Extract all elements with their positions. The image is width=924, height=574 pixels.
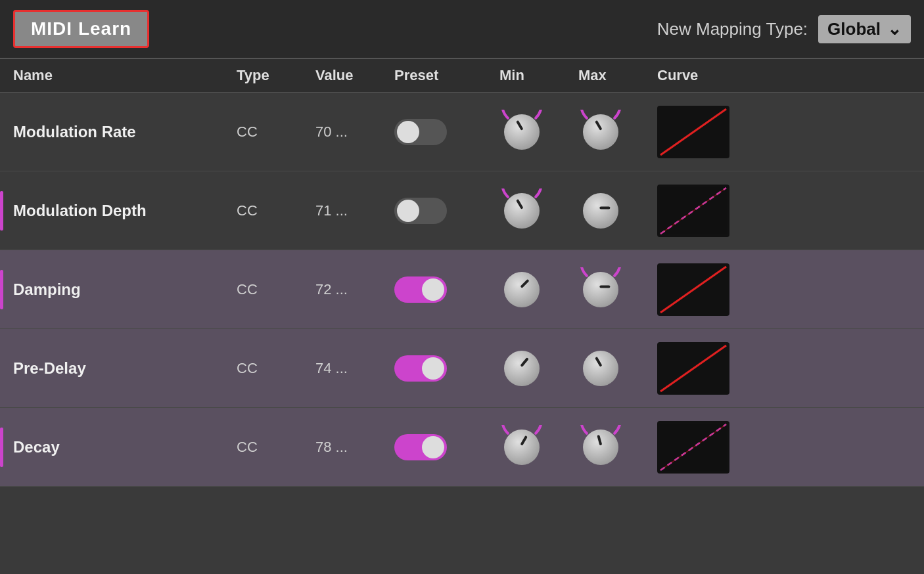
preset-toggle[interactable] — [394, 119, 447, 145]
max-cell — [578, 346, 657, 391]
preset-cell — [394, 119, 499, 145]
row-name-cell: Modulation Depth — [13, 202, 237, 220]
curve-thumbnail[interactable] — [657, 421, 729, 474]
mapping-type-label: New Mapping Type: — [657, 19, 808, 39]
knob[interactable] — [499, 110, 544, 154]
mapping-type-value: Global — [827, 19, 881, 39]
col-name: Name — [13, 67, 237, 84]
preset-toggle[interactable] — [394, 276, 447, 303]
svg-line-6 — [660, 424, 726, 470]
row-accent-bar — [0, 428, 3, 467]
midi-learn-button[interactable]: MIDI Learn — [13, 10, 149, 48]
row-name-label: Decay — [13, 438, 60, 456]
knob[interactable] — [578, 346, 623, 391]
row-type-label: CC — [237, 123, 315, 141]
curve-cell — [657, 342, 749, 395]
curve-thumbnail[interactable] — [657, 185, 729, 237]
curve-thumbnail[interactable] — [657, 342, 729, 395]
curve-cell — [657, 185, 749, 237]
curve-cell — [657, 106, 749, 158]
max-cell — [578, 110, 657, 154]
preset-cell — [394, 434, 499, 460]
svg-line-2 — [660, 188, 726, 234]
header: MIDI Learn New Mapping Type: Global ⌄ — [0, 0, 924, 59]
row-type-label: CC — [237, 360, 315, 377]
preset-cell — [394, 355, 499, 382]
table-row: Modulation DepthCC71 ... — [0, 171, 924, 250]
row-type-label: CC — [237, 202, 315, 219]
table-row: DecayCC78 ... — [0, 408, 924, 487]
knob[interactable] — [578, 267, 623, 312]
knob[interactable] — [578, 110, 623, 154]
row-name-cell: Decay — [13, 438, 237, 456]
knob[interactable] — [499, 346, 544, 391]
row-name-label: Modulation Rate — [13, 123, 136, 141]
col-type: Type — [237, 67, 315, 84]
preset-toggle[interactable] — [394, 355, 447, 382]
table-row: Pre-DelayCC74 ... — [0, 329, 924, 408]
rows-container: Modulation RateCC70 ...Modulation DepthC… — [0, 93, 924, 487]
table-row: DampingCC72 ... — [0, 250, 924, 329]
row-name-cell: Damping — [13, 280, 237, 299]
row-value-label: 74 ... — [315, 360, 394, 377]
row-accent-bar — [0, 191, 3, 231]
min-cell — [499, 110, 578, 154]
mapping-type-dropdown[interactable]: Global ⌄ — [818, 15, 911, 43]
row-name-label: Pre-Delay — [13, 359, 86, 377]
max-cell — [578, 188, 657, 233]
curve-cell — [657, 421, 749, 474]
col-preset: Preset — [394, 67, 499, 84]
preset-toggle[interactable] — [394, 198, 447, 224]
min-cell — [499, 346, 578, 391]
header-center: New Mapping Type: Global ⌄ — [149, 15, 911, 43]
curve-cell — [657, 263, 749, 316]
row-name-label: Damping — [13, 280, 81, 298]
curve-thumbnail[interactable] — [657, 263, 729, 316]
row-value-label: 72 ... — [315, 281, 394, 298]
row-name-cell: Modulation Rate — [13, 123, 237, 141]
max-cell — [578, 267, 657, 312]
row-name-cell: Pre-Delay — [13, 359, 237, 378]
row-accent-bar — [0, 270, 3, 309]
column-headers: Name Type Value Preset Min Max Curve — [0, 59, 924, 93]
min-cell — [499, 425, 578, 470]
knob[interactable] — [499, 188, 544, 233]
knob[interactable] — [578, 188, 623, 233]
col-value: Value — [315, 67, 394, 84]
knob[interactable] — [499, 425, 544, 470]
col-max: Max — [578, 67, 657, 84]
svg-line-4 — [660, 345, 726, 391]
preset-cell — [394, 198, 499, 224]
col-min: Min — [499, 67, 578, 84]
row-value-label: 78 ... — [315, 439, 394, 456]
row-name-label: Modulation Depth — [13, 202, 147, 219]
chevron-down-icon: ⌄ — [887, 19, 902, 39]
preset-toggle[interactable] — [394, 434, 447, 460]
table-row: Modulation RateCC70 ... — [0, 93, 924, 171]
min-cell — [499, 267, 578, 312]
svg-line-0 — [660, 109, 726, 155]
curve-thumbnail[interactable] — [657, 106, 729, 158]
knob[interactable] — [578, 425, 623, 470]
row-type-label: CC — [237, 281, 315, 298]
min-cell — [499, 188, 578, 233]
row-value-label: 71 ... — [315, 202, 394, 219]
max-cell — [578, 425, 657, 470]
row-value-label: 70 ... — [315, 123, 394, 141]
svg-line-3 — [660, 267, 726, 313]
row-type-label: CC — [237, 439, 315, 456]
knob[interactable] — [499, 267, 544, 312]
col-curve: Curve — [657, 67, 749, 84]
preset-cell — [394, 276, 499, 303]
